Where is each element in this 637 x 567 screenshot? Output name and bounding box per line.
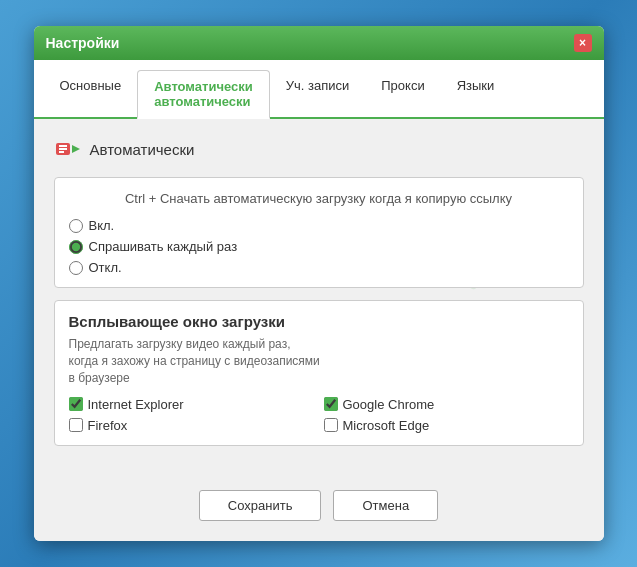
popup-box: Всплывающее окно загрузки Предлагать заг… xyxy=(54,300,584,445)
radio-off[interactable]: Откл. xyxy=(69,260,569,275)
auto-download-box: Ctrl + Cначать автоматическую загрузку к… xyxy=(54,177,584,288)
tabs-container: Основные Автоматическиавтоматически Уч. … xyxy=(34,60,604,119)
checkbox-chrome-label: Google Chrome xyxy=(343,397,435,412)
cancel-button[interactable]: Отмена xyxy=(333,490,438,521)
radio-on[interactable]: Вкл. xyxy=(69,218,569,233)
settings-dialog: Настройки × Основные Автоматическиавтома… xyxy=(34,26,604,541)
checkbox-edge-input[interactable] xyxy=(324,418,338,432)
checkbox-edge[interactable]: Microsoft Edge xyxy=(324,418,569,433)
tab-accounts[interactable]: Уч. записи xyxy=(270,70,366,117)
section-title: Автоматически xyxy=(90,141,195,158)
checkbox-ie[interactable]: Internet Explorer xyxy=(69,397,314,412)
tab-auto[interactable]: Автоматическиавтоматически xyxy=(137,70,270,119)
dialog-title: Настройки xyxy=(46,35,120,51)
content-area: Автоматически Ctrl + Cначать автоматичес… xyxy=(34,119,604,474)
tab-proxy[interactable]: Прокси xyxy=(365,70,440,117)
radio-ask-input[interactable] xyxy=(69,240,83,254)
tab-languages[interactable]: Языки xyxy=(441,70,511,117)
checkbox-firefox-input[interactable] xyxy=(69,418,83,432)
radio-off-input[interactable] xyxy=(69,261,83,275)
section-header: Автоматически xyxy=(54,135,584,163)
box2-desc: Предлагать загрузку видео каждый раз, ко… xyxy=(69,336,569,386)
radio-off-label: Откл. xyxy=(89,260,122,275)
save-button[interactable]: Сохранить xyxy=(199,490,322,521)
checkbox-firefox[interactable]: Firefox xyxy=(69,418,314,433)
checkbox-edge-label: Microsoft Edge xyxy=(343,418,430,433)
radio-ask-label: Спрашивать каждый раз xyxy=(89,239,238,254)
footer: Сохранить Отмена xyxy=(34,474,604,541)
checkbox-ie-label: Internet Explorer xyxy=(88,397,184,412)
close-button[interactable]: × xyxy=(574,34,592,52)
checkbox-chrome[interactable]: Google Chrome xyxy=(324,397,569,412)
checkbox-firefox-label: Firefox xyxy=(88,418,128,433)
box2-title: Всплывающее окно загрузки xyxy=(69,313,569,330)
title-bar: Настройки × xyxy=(34,26,604,60)
radio-ask[interactable]: Спрашивать каждый раз xyxy=(69,239,569,254)
box1-title: Ctrl + Cначать автоматическую загрузку к… xyxy=(69,190,569,208)
checkbox-ie-input[interactable] xyxy=(69,397,83,411)
svg-marker-11 xyxy=(72,145,80,153)
tab-basic[interactable]: Основные xyxy=(44,70,138,117)
radio-on-label: Вкл. xyxy=(89,218,115,233)
checkbox-chrome-input[interactable] xyxy=(324,397,338,411)
radio-on-input[interactable] xyxy=(69,219,83,233)
checkbox-grid: Internet Explorer Google Chrome Firefox … xyxy=(69,397,569,433)
auto-icon xyxy=(54,135,82,163)
radio-group: Вкл. Спрашивать каждый раз Откл. xyxy=(69,218,569,275)
